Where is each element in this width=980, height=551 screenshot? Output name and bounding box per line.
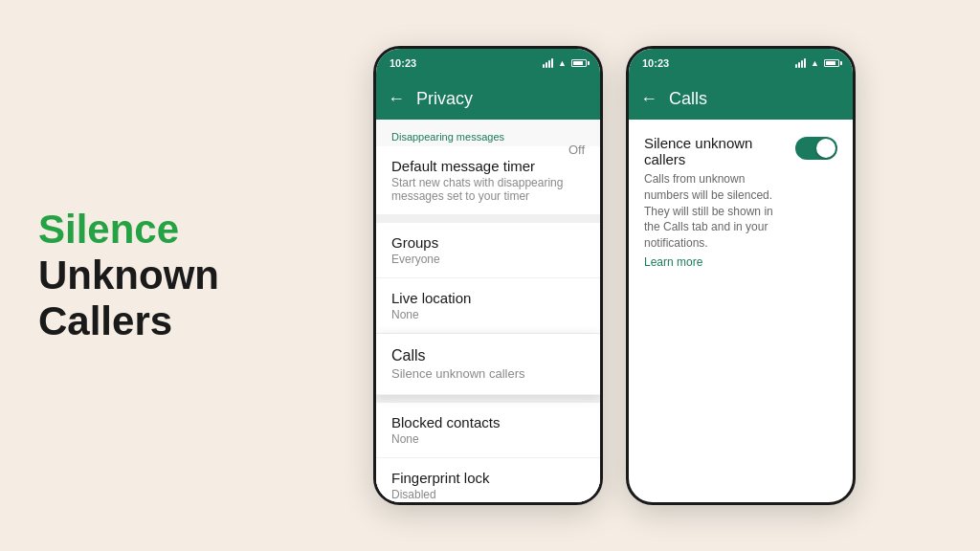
live-location-value: None xyxy=(391,308,585,321)
header-bar-1: ← Privacy xyxy=(376,77,600,120)
timer-value: Off xyxy=(568,143,585,157)
silence-desc: Calls from unknown numbers will be silen… xyxy=(644,171,784,252)
header-bar-2: ← Calls xyxy=(629,77,853,120)
setting-live-location[interactable]: Live location None xyxy=(376,278,600,334)
phone-content-2: Silence unknown callers Calls from unkno… xyxy=(629,120,853,284)
blocked-value: None xyxy=(391,432,585,446)
phones-container: 10:23 ▲ ← Privacy Disappearing messages xyxy=(287,46,942,505)
blocked-title: Blocked contacts xyxy=(391,414,585,430)
back-arrow-2[interactable]: ← xyxy=(640,89,657,109)
hero-line3: Callers xyxy=(38,298,172,343)
hero-line1: Silence xyxy=(38,207,179,252)
calls-subtitle: Silence unknown callers xyxy=(391,366,585,381)
back-arrow-1[interactable]: ← xyxy=(388,89,405,109)
page-container: Silence Unknown Callers 10:23 ▲ ← Pri xyxy=(0,0,980,551)
live-location-title: Live location xyxy=(391,290,585,306)
setting-message-timer[interactable]: Off Default message timer Start new chat… xyxy=(376,146,600,215)
status-icons-1: ▲ xyxy=(543,58,587,68)
phone-content-1: Disappearing messages Off Default messag… xyxy=(376,120,600,505)
section-disappearing: Disappearing messages xyxy=(376,120,600,146)
phone-privacy: 10:23 ▲ ← Privacy Disappearing messages xyxy=(373,46,603,505)
battery-icon-2 xyxy=(824,59,839,67)
setting-fingerprint[interactable]: Fingerprint lock Disabled xyxy=(376,458,600,505)
status-icons-2: ▲ xyxy=(795,58,839,68)
timer-title: Default message timer xyxy=(391,158,585,174)
battery-icon-1 xyxy=(571,59,587,67)
time-2: 10:23 xyxy=(642,57,669,69)
calls-title: Calls xyxy=(391,347,585,364)
fingerprint-value: Disabled xyxy=(391,488,585,501)
silence-toggle[interactable] xyxy=(795,137,837,160)
hero-line2: Unknown xyxy=(38,253,219,298)
phone-calls: 10:23 ▲ ← Calls Silence unknown ca xyxy=(626,46,856,505)
groups-value: Everyone xyxy=(391,253,585,266)
divider-2 xyxy=(376,395,600,403)
setting-blocked[interactable]: Blocked contacts None xyxy=(376,403,600,458)
silence-text-block: Silence unknown callers Calls from unkno… xyxy=(644,135,784,269)
header-title-1: Privacy xyxy=(416,89,473,109)
status-bar-2: 10:23 ▲ xyxy=(629,49,853,77)
silence-title: Silence unknown callers xyxy=(644,135,784,167)
hero-text: Silence Unknown Callers xyxy=(38,207,249,345)
signal-icon-2 xyxy=(795,58,806,68)
divider-1 xyxy=(376,215,600,223)
silence-unknown-setting[interactable]: Silence unknown callers Calls from unkno… xyxy=(629,120,853,284)
status-bar-1: 10:23 ▲ xyxy=(376,49,600,77)
signal-icon-1 xyxy=(543,58,553,68)
fingerprint-title: Fingerprint lock xyxy=(391,470,585,486)
setting-groups[interactable]: Groups Everyone xyxy=(376,223,600,278)
setting-calls-highlight[interactable]: Calls Silence unknown callers xyxy=(376,334,600,395)
groups-title: Groups xyxy=(391,234,585,251)
time-1: 10:23 xyxy=(390,57,416,69)
learn-more-link[interactable]: Learn more xyxy=(644,255,784,269)
header-title-2: Calls xyxy=(669,89,707,109)
wifi-icon-1: ▲ xyxy=(558,58,567,68)
wifi-icon-2: ▲ xyxy=(811,58,819,68)
timer-subtitle: Start new chats with disappearing messag… xyxy=(391,176,585,203)
